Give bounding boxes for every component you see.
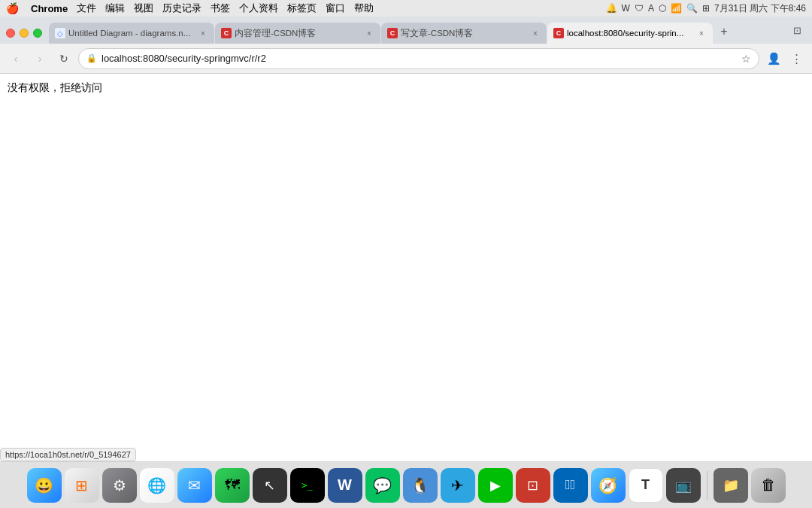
dock-item-cursor[interactable]: ↖ — [253, 468, 287, 503]
refresh-button[interactable]: ↻ — [54, 49, 74, 68]
more-button[interactable]: ⋮ — [786, 49, 806, 68]
tab-title-localhost: localhost:8080/security-sprin... — [567, 29, 693, 38]
menubar: 🍎 Chrome 文件 编辑 视图 历史记录 书签 个人资料 标签页 窗口 帮助… — [0, 0, 812, 17]
notification-icon: 🔔 — [606, 3, 617, 14]
tab-favicon-localhost: C — [553, 28, 564, 38]
tab-favicon-csdn-manage: C — [221, 28, 232, 38]
qq-icon: 🐧 — [411, 476, 429, 494]
page-content: 没有权限，拒绝访问 — [0, 74, 812, 470]
address-input[interactable]: 🔒 localhost:8080/security-springmvc/r/r2… — [78, 48, 759, 69]
back-button[interactable]: ‹ — [6, 49, 26, 68]
launchpad-icon: ⊞ — [75, 476, 88, 494]
tab-diagrams[interactable]: ◇ Untitled Diagram - diagrams.n... × — [49, 23, 214, 44]
dock-item-mail[interactable]: ✉ — [177, 468, 212, 503]
window-close-button[interactable] — [6, 29, 15, 38]
chrome-icon: 🌐 — [147, 476, 166, 494]
menubar-right: 🔔 W 🛡 A ⬡ 📶 🔍 ⊞ 7月31日 周六 下午8:46 — [606, 2, 806, 15]
lock-icon: 🔒 — [86, 53, 97, 63]
menubar-view[interactable]: 视图 — [134, 2, 153, 15]
cursor-icon: ↖ — [264, 477, 275, 494]
profile-button[interactable]: 👤 — [764, 49, 783, 68]
menubar-tabs[interactable]: 标签页 — [287, 2, 317, 15]
tab-close-csdn-manage[interactable]: × — [364, 28, 374, 38]
tab-close-csdn-write[interactable]: × — [530, 28, 541, 38]
menubar-left: 🍎 Chrome 文件 编辑 视图 历史记录 书签 个人资料 标签页 窗口 帮助 — [6, 2, 374, 15]
tab-localhost[interactable]: C localhost:8080/security-sprin... × — [547, 23, 713, 44]
dock-item-word[interactable]: W — [328, 468, 362, 503]
dock-item-screen[interactable]: 📺 — [666, 468, 701, 503]
terminal-icon: >_ — [301, 480, 312, 491]
mail-icon: ✉ — [188, 476, 201, 494]
control-center-icon[interactable]: ⊞ — [702, 3, 710, 14]
window-minimize-button[interactable] — [20, 29, 29, 38]
tab-favicon-diagrams: ◇ — [55, 28, 65, 38]
system-prefs-icon: ⚙ — [113, 476, 126, 494]
dock-item-iqiyi[interactable]: ▶ — [478, 468, 513, 503]
dock-item-typora[interactable]: T — [629, 468, 663, 503]
maps-icon: 🗺 — [225, 476, 240, 494]
new-tab-button[interactable]: + — [714, 21, 735, 42]
iqiyi-icon: ▶ — [490, 477, 501, 494]
address-bar: ‹ › ↻ 🔒 localhost:8080/security-springmv… — [0, 44, 812, 74]
forward-button[interactable]: › — [30, 49, 50, 68]
menubar-bookmarks[interactable]: 书签 — [211, 2, 230, 15]
finder-icon: 😀 — [35, 476, 53, 494]
word-doc-icon: W — [338, 476, 352, 494]
dock-separator — [707, 471, 707, 500]
dock-item-telegram[interactable]: ✈ — [441, 468, 475, 503]
parallels-icon: ⊡ — [527, 477, 538, 494]
menubar-help[interactable]: 帮助 — [354, 2, 374, 15]
tab-title-csdn-write: 写文章-CSDN博客 — [401, 28, 527, 39]
menubar-history[interactable]: 历史记录 — [162, 2, 201, 15]
dock-item-terminal[interactable]: >_ — [290, 468, 325, 503]
dock-item-parallels[interactable]: ⊡ — [516, 468, 550, 503]
wifi-icon: 📶 — [671, 3, 682, 14]
tab-close-localhost[interactable]: × — [696, 28, 707, 38]
accessibility-icon: A — [648, 3, 654, 14]
telegram-icon: ✈ — [451, 476, 464, 494]
vscode-icon: ≺⃥ — [565, 477, 575, 493]
tab-csdn-write[interactable]: C 写文章-CSDN博客 × — [381, 23, 547, 44]
word-icon: W — [622, 3, 630, 14]
bluetooth-icon: ⬡ — [659, 3, 666, 14]
trash-icon: 🗑 — [761, 476, 776, 494]
menubar-window[interactable]: 窗口 — [326, 2, 345, 15]
extensions-button[interactable]: ⊡ — [788, 21, 806, 39]
tab-bar-right: ⊡ — [788, 21, 806, 44]
tab-bar: ◇ Untitled Diagram - diagrams.n... × C 内… — [0, 17, 812, 44]
dock-item-vscode[interactable]: ≺⃥ — [553, 468, 588, 503]
menubar-file[interactable]: 文件 — [77, 2, 96, 15]
tab-close-diagrams[interactable]: × — [198, 28, 208, 38]
dock-item-trash[interactable]: 🗑 — [751, 468, 786, 503]
bottom-url-bar: https://1oca1h0st.net/r/0_5194627 — [0, 448, 136, 461]
screen-icon: 📺 — [675, 477, 692, 494]
traffic-lights — [6, 29, 42, 44]
dock-item-folder[interactable]: 📁 — [714, 468, 748, 503]
dock: 😀 ⊞ ⚙ 🌐 ✉ 🗺 ↖ >_ W 💬 🐧 ✈ ▶ ⊡ ≺⃥ 🧭 — [0, 461, 812, 508]
wechat-icon: 💬 — [373, 476, 392, 494]
address-bar-actions: 👤 ⋮ — [764, 49, 806, 68]
apple-icon[interactable]: 🍎 — [6, 2, 19, 14]
menubar-profile[interactable]: 个人资料 — [239, 2, 278, 15]
dock-item-chrome[interactable]: 🌐 — [140, 468, 174, 503]
bookmark-star-icon[interactable]: ☆ — [741, 53, 751, 65]
search-icon[interactable]: 🔍 — [686, 3, 698, 14]
menubar-chrome[interactable]: Chrome — [31, 3, 68, 14]
menubar-edit[interactable]: 编辑 — [105, 2, 125, 15]
dock-item-system-prefs[interactable]: ⚙ — [102, 468, 137, 503]
safari-icon: 🧭 — [598, 476, 617, 494]
tab-title-csdn-manage: 内容管理-CSDN博客 — [235, 28, 361, 39]
dock-item-maps[interactable]: 🗺 — [215, 468, 250, 503]
dock-item-penguin[interactable]: 🐧 — [403, 468, 438, 503]
access-denied-message: 没有权限，拒绝访问 — [8, 80, 804, 96]
dock-item-wechat[interactable]: 💬 — [365, 468, 400, 503]
dock-item-finder[interactable]: 😀 — [27, 468, 62, 503]
dock-item-safari[interactable]: 🧭 — [591, 468, 626, 503]
dock-item-launchpad[interactable]: ⊞ — [65, 468, 99, 503]
url-display: localhost:8080/security-springmvc/r/r2 — [102, 53, 737, 64]
datetime-display: 7月31日 周六 下午8:46 — [714, 2, 806, 15]
tab-csdn-manage[interactable]: C 内容管理-CSDN博客 × — [215, 23, 380, 44]
window-maximize-button[interactable] — [33, 29, 42, 38]
typora-icon: T — [641, 477, 650, 493]
tab-favicon-csdn-write: C — [387, 28, 398, 38]
